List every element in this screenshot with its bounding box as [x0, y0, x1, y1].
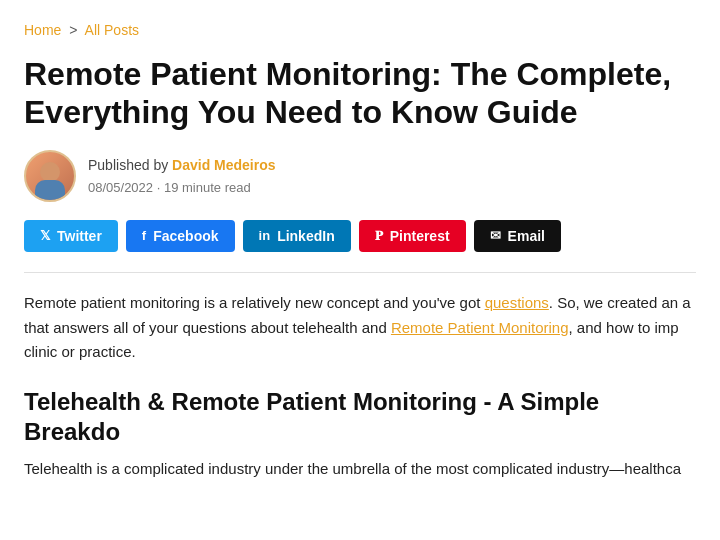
twitter-icon: 𝕏: [40, 228, 50, 243]
article-intro: Remote patient monitoring is a relativel…: [24, 291, 696, 365]
email-icon: ✉: [490, 228, 501, 243]
published-by-label: Published by David Medeiros: [88, 155, 276, 176]
share-facebook-label: Facebook: [153, 228, 218, 244]
share-twitter-label: Twitter: [57, 228, 102, 244]
breadcrumb-home-link[interactable]: Home: [24, 22, 61, 38]
breadcrumb: Home > All Posts: [24, 20, 696, 41]
share-bar: 𝕏 Twitter f Facebook in LinkedIn 𝐏 Pinte…: [24, 220, 696, 252]
author-name-link[interactable]: David Medeiros: [172, 157, 275, 173]
author-row: Published by David Medeiros 08/05/2022 ·…: [24, 150, 696, 202]
share-twitter-button[interactable]: 𝕏 Twitter: [24, 220, 118, 252]
section-divider: [24, 272, 696, 273]
avatar: [24, 150, 76, 202]
questions-link[interactable]: questions: [485, 294, 549, 311]
share-pinterest-label: Pinterest: [390, 228, 450, 244]
share-linkedin-label: LinkedIn: [277, 228, 335, 244]
share-pinterest-button[interactable]: 𝐏 Pinterest: [359, 220, 466, 252]
section-heading: Telehealth & Remote Patient Monitoring -…: [24, 387, 696, 447]
linkedin-icon: in: [259, 228, 271, 243]
share-linkedin-button[interactable]: in LinkedIn: [243, 220, 351, 252]
article-title: Remote Patient Monitoring: The Complete,…: [24, 55, 696, 132]
author-meta: 08/05/2022 · 19 minute read: [88, 178, 276, 198]
share-email-label: Email: [508, 228, 545, 244]
breadcrumb-current-link[interactable]: All Posts: [85, 22, 139, 38]
author-info: Published by David Medeiros 08/05/2022 ·…: [88, 155, 276, 198]
breadcrumb-separator: >: [69, 22, 77, 38]
share-facebook-button[interactable]: f Facebook: [126, 220, 235, 252]
facebook-icon: f: [142, 228, 146, 243]
rpm-link[interactable]: Remote Patient Monitoring: [391, 319, 569, 336]
section-body: Telehealth is a complicated industry und…: [24, 457, 696, 482]
pinterest-icon: 𝐏: [375, 228, 383, 244]
share-email-button[interactable]: ✉ Email: [474, 220, 561, 252]
